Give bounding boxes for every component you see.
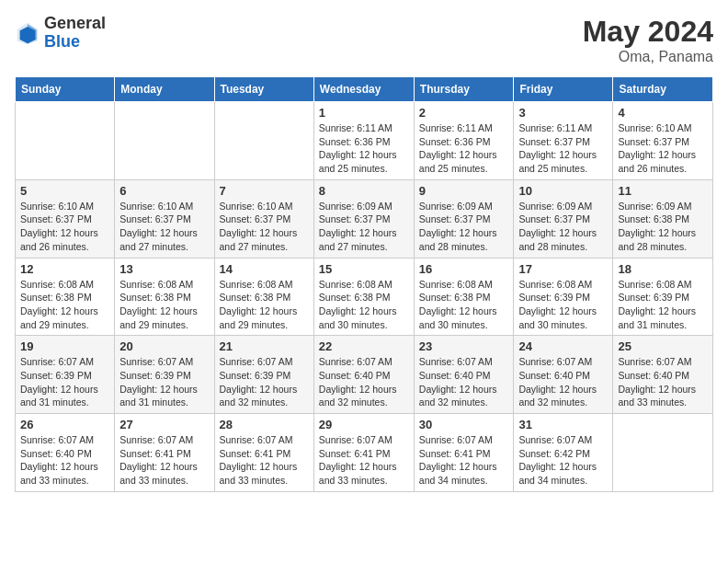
day-info: Sunrise: 6:09 AM Sunset: 6:37 PM Dayligh… <box>419 200 509 254</box>
day-info: Sunrise: 6:07 AM Sunset: 6:39 PM Dayligh… <box>20 355 109 409</box>
calendar-cell: 7Sunrise: 6:10 AM Sunset: 6:37 PM Daylig… <box>214 179 313 258</box>
logo-icon <box>15 20 40 46</box>
day-number: 23 <box>419 339 509 353</box>
col-header-sunday: Sunday <box>16 77 115 102</box>
day-info: Sunrise: 6:08 AM Sunset: 6:38 PM Dayligh… <box>119 278 209 332</box>
day-info: Sunrise: 6:07 AM Sunset: 6:41 PM Dayligh… <box>220 433 309 488</box>
day-number: 22 <box>319 339 409 353</box>
day-number: 16 <box>419 262 509 276</box>
day-info: Sunrise: 6:08 AM Sunset: 6:38 PM Dayligh… <box>20 278 109 332</box>
calendar-cell: 8Sunrise: 6:09 AM Sunset: 6:37 PM Daylig… <box>313 179 414 258</box>
day-info: Sunrise: 6:07 AM Sunset: 6:41 PM Dayligh… <box>419 433 509 488</box>
day-number: 9 <box>419 184 509 198</box>
calendar-cell: 2Sunrise: 6:11 AM Sunset: 6:36 PM Daylig… <box>414 102 514 180</box>
col-header-tuesday: Tuesday <box>214 77 313 102</box>
location-subtitle: Oma, Panama <box>583 49 713 65</box>
calendar-cell: 21Sunrise: 6:07 AM Sunset: 6:39 PM Dayli… <box>214 336 313 414</box>
day-info: Sunrise: 6:08 AM Sunset: 6:39 PM Dayligh… <box>618 278 708 332</box>
day-info: Sunrise: 6:08 AM Sunset: 6:38 PM Dayligh… <box>319 278 409 332</box>
day-info: Sunrise: 6:10 AM Sunset: 6:37 PM Dayligh… <box>618 121 708 176</box>
day-number: 26 <box>20 418 109 431</box>
col-header-monday: Monday <box>115 77 214 102</box>
day-number: 8 <box>319 184 409 198</box>
day-info: Sunrise: 6:09 AM Sunset: 6:37 PM Dayligh… <box>319 200 409 254</box>
page-header: General Blue May 2024 Oma, Panama <box>15 15 713 65</box>
day-number: 3 <box>518 106 608 120</box>
day-number: 20 <box>119 339 209 353</box>
day-info: Sunrise: 6:07 AM Sunset: 6:42 PM Dayligh… <box>518 433 608 488</box>
calendar-cell <box>214 102 313 180</box>
calendar-cell: 17Sunrise: 6:08 AM Sunset: 6:39 PM Dayli… <box>514 258 613 336</box>
logo-text: General Blue <box>44 15 106 52</box>
col-header-saturday: Saturday <box>613 77 713 102</box>
calendar-cell <box>115 102 214 180</box>
day-number: 27 <box>119 418 209 431</box>
day-number: 13 <box>119 262 209 276</box>
calendar-cell: 28Sunrise: 6:07 AM Sunset: 6:41 PM Dayli… <box>214 414 313 492</box>
day-number: 7 <box>220 184 309 198</box>
month-year-title: May 2024 <box>583 15 713 49</box>
calendar-cell: 13Sunrise: 6:08 AM Sunset: 6:38 PM Dayli… <box>115 258 214 336</box>
day-number: 28 <box>220 418 309 431</box>
calendar-cell: 10Sunrise: 6:09 AM Sunset: 6:37 PM Dayli… <box>514 179 613 258</box>
day-number: 4 <box>618 106 708 120</box>
calendar-header-row: SundayMondayTuesdayWednesdayThursdayFrid… <box>16 77 713 102</box>
calendar-cell: 18Sunrise: 6:08 AM Sunset: 6:39 PM Dayli… <box>613 258 713 336</box>
calendar-cell: 5Sunrise: 6:10 AM Sunset: 6:37 PM Daylig… <box>16 179 115 258</box>
week-row-5: 26Sunrise: 6:07 AM Sunset: 6:40 PM Dayli… <box>16 414 713 492</box>
day-info: Sunrise: 6:10 AM Sunset: 6:37 PM Dayligh… <box>119 200 209 254</box>
day-info: Sunrise: 6:07 AM Sunset: 6:40 PM Dayligh… <box>618 355 708 409</box>
calendar-cell: 29Sunrise: 6:07 AM Sunset: 6:41 PM Dayli… <box>313 414 414 492</box>
week-row-3: 12Sunrise: 6:08 AM Sunset: 6:38 PM Dayli… <box>16 258 713 336</box>
day-number: 10 <box>518 184 608 198</box>
day-number: 6 <box>119 184 209 198</box>
day-info: Sunrise: 6:07 AM Sunset: 6:40 PM Dayligh… <box>518 355 608 409</box>
day-number: 30 <box>419 418 509 431</box>
day-info: Sunrise: 6:11 AM Sunset: 6:37 PM Dayligh… <box>518 121 608 176</box>
calendar-cell: 4Sunrise: 6:10 AM Sunset: 6:37 PM Daylig… <box>613 102 713 180</box>
week-row-4: 19Sunrise: 6:07 AM Sunset: 6:39 PM Dayli… <box>16 336 713 414</box>
day-info: Sunrise: 6:08 AM Sunset: 6:38 PM Dayligh… <box>220 278 309 332</box>
calendar-cell: 19Sunrise: 6:07 AM Sunset: 6:39 PM Dayli… <box>16 336 115 414</box>
calendar-cell <box>613 414 713 492</box>
calendar-cell: 16Sunrise: 6:08 AM Sunset: 6:38 PM Dayli… <box>414 258 514 336</box>
calendar-cell: 1Sunrise: 6:11 AM Sunset: 6:36 PM Daylig… <box>313 102 414 180</box>
day-number: 31 <box>518 418 608 431</box>
day-number: 29 <box>319 418 409 431</box>
day-info: Sunrise: 6:07 AM Sunset: 6:41 PM Dayligh… <box>319 433 409 488</box>
logo-general: General <box>44 14 106 32</box>
calendar-cell: 25Sunrise: 6:07 AM Sunset: 6:40 PM Dayli… <box>613 336 713 414</box>
day-info: Sunrise: 6:10 AM Sunset: 6:37 PM Dayligh… <box>20 200 109 254</box>
day-number: 12 <box>20 262 109 276</box>
calendar-cell: 30Sunrise: 6:07 AM Sunset: 6:41 PM Dayli… <box>414 414 514 492</box>
calendar-cell <box>16 102 115 180</box>
calendar-cell: 9Sunrise: 6:09 AM Sunset: 6:37 PM Daylig… <box>414 179 514 258</box>
col-header-wednesday: Wednesday <box>313 77 414 102</box>
day-number: 15 <box>319 262 409 276</box>
calendar-table: SundayMondayTuesdayWednesdayThursdayFrid… <box>15 76 713 492</box>
week-row-2: 5Sunrise: 6:10 AM Sunset: 6:37 PM Daylig… <box>16 179 713 258</box>
week-row-1: 1Sunrise: 6:11 AM Sunset: 6:36 PM Daylig… <box>16 102 713 180</box>
day-info: Sunrise: 6:07 AM Sunset: 6:39 PM Dayligh… <box>119 355 209 409</box>
calendar-cell: 31Sunrise: 6:07 AM Sunset: 6:42 PM Dayli… <box>514 414 613 492</box>
day-number: 2 <box>419 106 509 120</box>
calendar-cell: 26Sunrise: 6:07 AM Sunset: 6:40 PM Dayli… <box>16 414 115 492</box>
calendar-cell: 14Sunrise: 6:08 AM Sunset: 6:38 PM Dayli… <box>214 258 313 336</box>
calendar-cell: 11Sunrise: 6:09 AM Sunset: 6:38 PM Dayli… <box>613 179 713 258</box>
calendar-cell: 20Sunrise: 6:07 AM Sunset: 6:39 PM Dayli… <box>115 336 214 414</box>
day-info: Sunrise: 6:10 AM Sunset: 6:37 PM Dayligh… <box>220 200 309 254</box>
day-info: Sunrise: 6:08 AM Sunset: 6:39 PM Dayligh… <box>518 278 608 332</box>
day-number: 24 <box>518 339 608 353</box>
calendar-cell: 12Sunrise: 6:08 AM Sunset: 6:38 PM Dayli… <box>16 258 115 336</box>
col-header-friday: Friday <box>514 77 613 102</box>
day-number: 18 <box>618 262 708 276</box>
day-number: 25 <box>618 339 708 353</box>
day-number: 1 <box>319 106 409 120</box>
day-info: Sunrise: 6:11 AM Sunset: 6:36 PM Dayligh… <box>419 121 509 176</box>
day-number: 21 <box>220 339 309 353</box>
day-number: 17 <box>518 262 608 276</box>
day-info: Sunrise: 6:07 AM Sunset: 6:41 PM Dayligh… <box>119 433 209 488</box>
day-number: 14 <box>220 262 309 276</box>
calendar-cell: 3Sunrise: 6:11 AM Sunset: 6:37 PM Daylig… <box>514 102 613 180</box>
calendar-cell: 22Sunrise: 6:07 AM Sunset: 6:40 PM Dayli… <box>313 336 414 414</box>
